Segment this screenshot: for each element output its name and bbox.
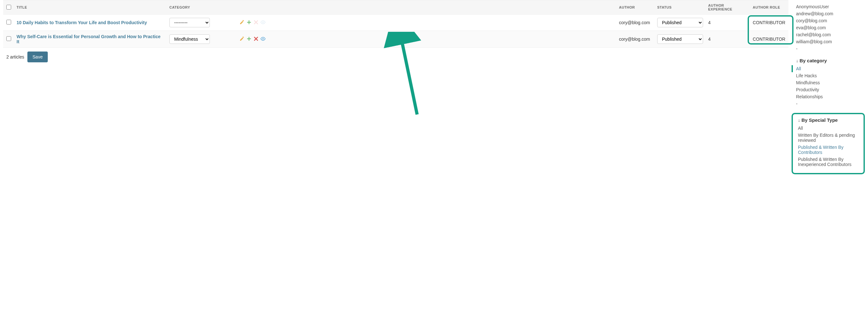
filter-author-item[interactable]: andrew@blog.com (796, 10, 865, 17)
role-column-highlight (748, 15, 794, 44)
filter-special-title-text: By Special Type (802, 117, 838, 123)
header-category[interactable]: CATEGORY (167, 0, 237, 14)
filter-author-item[interactable]: eva@blog.com (796, 24, 865, 31)
filter-author-block: AnonymousUserandrew@blog.comcory@blog.co… (792, 3, 865, 52)
filter-category-item[interactable]: Mindfulness (796, 79, 865, 86)
save-button[interactable]: Save (27, 51, 48, 62)
table-header-row: TITLE CATEGORY AUTHOR STATUS AUTHOR EXPE… (3, 0, 788, 14)
chevron-down-icon: ↓ (798, 118, 800, 123)
status-select[interactable]: PublishedDraftPending Review (657, 18, 703, 27)
row-actions (240, 36, 266, 42)
filter-author-item[interactable]: rachel@blog.com (796, 31, 865, 38)
experience-cell: 4 (706, 31, 750, 48)
filter-special-item[interactable]: All (798, 125, 860, 132)
edit-icon[interactable] (240, 20, 245, 26)
filter-category-list: AllLife HacksMindfulnessProductivityRela… (796, 65, 865, 107)
delete-icon[interactable] (253, 36, 258, 42)
table-row: 10 Daily Habits to Transform Your Life a… (3, 14, 788, 31)
filter-category-title[interactable]: ↓ By category (796, 58, 865, 63)
filter-category-block: ↓ By category AllLife HacksMindfulnessPr… (792, 58, 865, 107)
delete-icon (253, 20, 258, 26)
filter-special-block: ↓ By Special Type AllWritten By Editors … (797, 117, 860, 168)
row-checkbox[interactable] (6, 36, 11, 41)
select-all-header (3, 0, 14, 14)
article-title-link[interactable]: Why Self-Care is Essential for Personal … (17, 34, 160, 44)
filter-special-list: AllWritten By Editors & pending reviewed… (798, 125, 860, 168)
header-actions (237, 0, 616, 14)
header-title[interactable]: TITLE (14, 0, 167, 14)
filter-category-title-text: By category (800, 58, 827, 63)
edit-icon[interactable] (240, 36, 245, 42)
select-all-checkbox[interactable] (6, 5, 11, 9)
header-status[interactable]: STATUS (655, 0, 706, 14)
header-experience[interactable]: AUTHOR EXPERIENCE (706, 0, 750, 14)
experience-cell: 4 (706, 14, 750, 31)
filter-author-item[interactable]: AnonymousUser (796, 3, 865, 10)
filter-category-item[interactable]: Life Hacks (796, 72, 865, 79)
filter-author-item[interactable]: - (796, 45, 865, 52)
filter-category-item[interactable]: Productivity (796, 86, 865, 93)
filter-category-item[interactable]: - (796, 100, 865, 107)
filter-category-item[interactable]: Relationships (796, 93, 865, 100)
filter-special-item[interactable]: Published & Written By Inexperienced Con… (798, 156, 860, 168)
row-actions (240, 20, 266, 26)
articles-table: TITLE CATEGORY AUTHOR STATUS AUTHOR EXPE… (3, 0, 788, 48)
view-icon[interactable] (260, 36, 266, 42)
filter-special-item[interactable]: Written By Editors & pending reviewed (798, 132, 860, 144)
svg-point-0 (262, 22, 264, 23)
filter-special-title[interactable]: ↓ By Special Type (798, 117, 860, 123)
author-cell: cory@blog.com (616, 31, 655, 48)
row-checkbox[interactable] (6, 20, 11, 25)
status-select[interactable]: PublishedDraftPending Review (657, 34, 703, 44)
filter-sidebar: AnonymousUserandrew@blog.comcory@blog.co… (792, 0, 868, 177)
category-select[interactable]: ---------Life HacksMindfulnessProductivi… (169, 34, 210, 44)
filter-author-item[interactable]: cory@blog.com (796, 17, 865, 24)
table-row: Why Self-Care is Essential for Personal … (3, 31, 788, 48)
add-icon[interactable] (246, 36, 252, 42)
table-footer: 2 articles Save (3, 48, 788, 66)
filter-special-highlight: ↓ By Special Type AllWritten By Editors … (792, 113, 865, 174)
category-select[interactable]: ---------Life HacksMindfulnessProductivi… (169, 18, 210, 27)
view-icon (260, 20, 266, 26)
header-role[interactable]: AUTHOR ROLE (750, 0, 788, 14)
table-body: 10 Daily Habits to Transform Your Life a… (3, 14, 788, 48)
header-author[interactable]: AUTHOR (616, 0, 655, 14)
author-cell: cory@blog.com (616, 14, 655, 31)
filter-category-item[interactable]: All (792, 65, 865, 72)
article-count: 2 articles (6, 55, 24, 60)
svg-point-1 (262, 38, 264, 39)
filter-author-list: AnonymousUserandrew@blog.comcory@blog.co… (796, 3, 865, 52)
filter-author-item[interactable]: william@blog.com (796, 38, 865, 45)
chevron-down-icon: ↓ (796, 58, 798, 63)
filter-special-item[interactable]: Published & Written By Contributors (798, 144, 860, 156)
article-title-link[interactable]: 10 Daily Habits to Transform Your Life a… (17, 20, 147, 25)
add-icon[interactable] (246, 20, 252, 26)
